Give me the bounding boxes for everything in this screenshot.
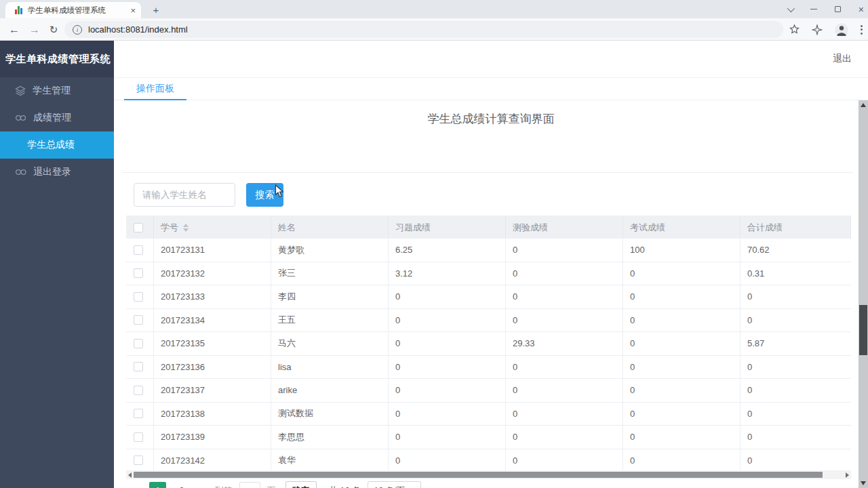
new-tab-button[interactable]: + — [148, 3, 164, 18]
page-size-label: 10 条/页 — [374, 485, 405, 488]
scroll-down-icon[interactable] — [861, 481, 866, 485]
horizontal-scroll-thumb[interactable] — [134, 472, 823, 478]
table-cell: 0 — [741, 426, 851, 449]
back-icon[interactable]: ← — [5, 18, 23, 41]
table-cell: 201723139 — [154, 426, 271, 449]
table-row: 201723134王五0000 — [126, 309, 851, 333]
main-panel: 退出 操作面板 学生总成绩计算查询界面 搜索 学号 — [114, 41, 868, 488]
table-cell: 0 — [506, 285, 623, 308]
browser-toolbar: ← → ↻ i localhost:8081/index.html — [0, 18, 868, 41]
total-count-label: 共 16 条 — [329, 485, 361, 488]
vertical-scrollbar[interactable] — [859, 100, 868, 488]
scroll-right-icon[interactable] — [846, 472, 849, 478]
forward-icon[interactable]: → — [26, 18, 43, 41]
window-chevron-icon[interactable] — [787, 4, 795, 12]
row-checkbox[interactable] — [134, 386, 143, 395]
sidebar-item-grade-management[interactable]: 成绩管理 — [0, 104, 114, 131]
table-cell: 0 — [741, 356, 851, 379]
column-label: 合计成绩 — [747, 222, 783, 234]
vertical-scroll-thumb[interactable] — [859, 305, 867, 355]
sidebar-menu: 学生管理 成绩管理 学生总成绩 退出登录 — [0, 77, 114, 186]
search-bar: 搜索 — [134, 183, 283, 207]
browser-tabbar: 学生单科成绩管理系统 × + × — [0, 0, 868, 18]
table-row: 201723133李四0000 — [126, 285, 851, 309]
table-cell: 0 — [389, 426, 506, 449]
mouse-cursor — [275, 184, 284, 198]
sort-icon[interactable] — [183, 224, 189, 232]
favorites-icon[interactable] — [789, 24, 800, 35]
window-minimize-icon[interactable] — [810, 9, 817, 9]
column-header-student-id[interactable]: 学号 — [154, 216, 271, 239]
scroll-up-icon[interactable] — [861, 103, 866, 107]
browser-tab[interactable]: 学生单科成绩管理系统 × — [5, 2, 141, 18]
window-close-icon[interactable]: × — [859, 5, 864, 14]
top-header: 退出 — [114, 41, 868, 78]
sidebar-item-logout[interactable]: 退出登录 — [0, 159, 114, 186]
browser-menu-icon[interactable] — [861, 25, 863, 35]
table-cell: 0 — [623, 426, 741, 449]
table-cell: 0 — [506, 403, 623, 426]
profile-avatar-icon[interactable] — [834, 22, 849, 37]
table-cell: 0 — [623, 403, 741, 426]
address-bar[interactable]: i localhost:8081/index.html — [64, 21, 783, 38]
window-maximize-icon[interactable] — [835, 6, 841, 12]
confirm-button[interactable]: 确定 — [285, 481, 317, 488]
row-checkbox[interactable] — [134, 455, 143, 465]
column-label: 测验成绩 — [513, 222, 548, 234]
table-cell: lisa — [271, 356, 389, 379]
table-body: 201723131黄梦歌6.25010070.62201723132张三3.12… — [126, 239, 851, 472]
panel-tabs: 操作面板 — [114, 78, 868, 100]
row-checkbox[interactable] — [134, 245, 143, 255]
row-checkbox[interactable] — [134, 292, 143, 302]
table-cell: 201723132 — [154, 262, 271, 285]
page-size-select[interactable]: 10 条/页 — [368, 481, 421, 488]
table-row: 201723137arike0000 — [126, 379, 851, 403]
page-next-button[interactable]: › — [200, 485, 203, 488]
tab-close-icon[interactable]: × — [130, 5, 136, 16]
logout-button[interactable]: 退出 — [833, 53, 852, 65]
table-cell: 0 — [389, 285, 506, 308]
row-checkbox[interactable] — [134, 339, 143, 348]
table-cell: arike — [271, 379, 389, 402]
goto-page-input[interactable] — [239, 482, 260, 488]
table-cell: 马六 — [271, 332, 389, 355]
table-cell: 0 — [389, 403, 506, 426]
table-cell: 0.31 — [741, 262, 851, 285]
table-cell: 0 — [389, 332, 506, 355]
screen: 学生单科成绩管理系统 × + × ← → ↻ i localhost:8081/… — [0, 0, 868, 488]
table-cell: 黄梦歌 — [271, 239, 389, 262]
row-checkbox[interactable] — [134, 315, 143, 325]
table-cell: 3.12 — [389, 262, 506, 285]
row-checkbox[interactable] — [134, 432, 143, 442]
table-cell: 0 — [389, 379, 506, 402]
sidebar: 学生单科成绩管理系统 学生管理 成绩管理 — [0, 41, 114, 488]
app-title: 学生单科成绩管理系统 — [0, 41, 114, 77]
table-cell: 6.25 — [389, 239, 506, 262]
collections-icon[interactable] — [812, 24, 823, 35]
tab-operation-panel[interactable]: 操作面板 — [124, 78, 186, 100]
table-cell: 0 — [506, 262, 623, 285]
page-prev-button[interactable]: ‹ — [136, 485, 139, 488]
horizontal-scrollbar[interactable] — [126, 470, 851, 479]
row-checkbox[interactable] — [134, 362, 143, 371]
layers-icon — [15, 85, 26, 96]
sidebar-item-label: 学生管理 — [33, 85, 71, 97]
page-button-1[interactable]: 1 — [149, 482, 166, 488]
sidebar-item-student-management[interactable]: 学生管理 — [0, 77, 114, 104]
search-input[interactable] — [134, 183, 235, 207]
reload-icon[interactable]: ↻ — [45, 18, 62, 41]
row-checkbox[interactable] — [134, 268, 143, 278]
site-info-icon[interactable]: i — [73, 25, 82, 35]
page-button-2[interactable]: 2 — [173, 482, 190, 488]
table-cell: 0 — [389, 356, 506, 379]
sidebar-item-student-total-grades[interactable]: 学生总成绩 — [0, 131, 114, 159]
tab-title: 学生单科成绩管理系统 — [28, 5, 126, 16]
divider — [122, 172, 853, 173]
goto-suffix-label: 页 — [267, 485, 276, 488]
favicon-icon — [15, 6, 22, 14]
table-cell: 0 — [741, 285, 851, 308]
scroll-left-icon[interactable] — [128, 472, 132, 478]
column-label: 学号 — [161, 222, 178, 234]
select-all-checkbox[interactable] — [134, 223, 143, 232]
row-checkbox[interactable] — [134, 409, 143, 418]
